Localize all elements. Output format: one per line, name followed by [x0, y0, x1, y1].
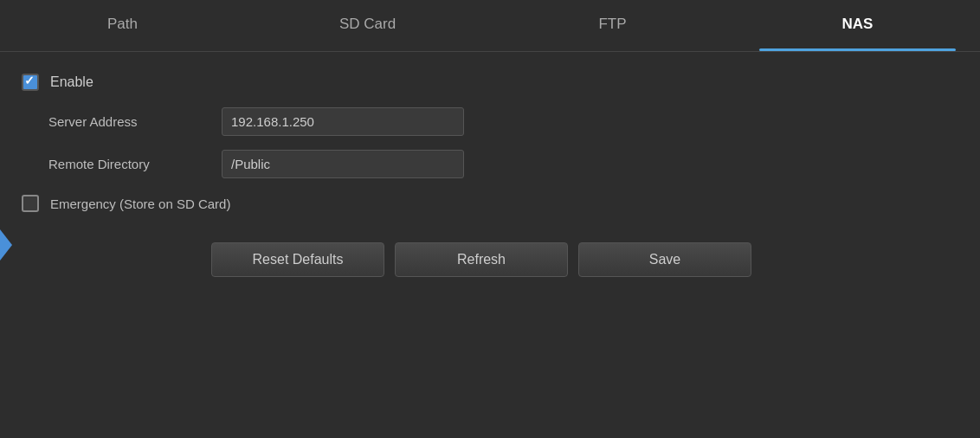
enable-checkbox-wrapper[interactable]: [21, 73, 40, 92]
remote-directory-input[interactable]: [222, 150, 464, 178]
reset-defaults-button[interactable]: Reset Defaults: [211, 242, 384, 277]
server-address-input[interactable]: [222, 107, 464, 136]
emergency-checkbox-wrapper[interactable]: [21, 194, 40, 213]
emergency-label: Emergency (Store on SD Card): [50, 196, 230, 211]
emergency-checkbox[interactable]: [22, 195, 39, 212]
tab-path[interactable]: Path: [0, 0, 245, 51]
server-address-label: Server Address: [48, 114, 222, 129]
tab-bar: Path SD Card FTP NAS: [0, 0, 980, 52]
buttons-row: Reset Defaults Refresh Save: [17, 242, 945, 277]
main-container: Path SD Card FTP NAS Enable Server Addre…: [0, 0, 980, 438]
server-address-row: Server Address: [48, 107, 945, 136]
form-section: Server Address Remote Directory: [48, 107, 945, 178]
emergency-row: Emergency (Store on SD Card): [21, 194, 945, 213]
enable-label: Enable: [50, 74, 93, 90]
enable-row: Enable: [21, 73, 945, 92]
refresh-button[interactable]: Refresh: [395, 242, 568, 277]
remote-directory-row: Remote Directory: [48, 150, 945, 178]
left-arrow-indicator: [0, 229, 12, 261]
tab-sdcard[interactable]: SD Card: [245, 0, 490, 51]
tab-nas[interactable]: NAS: [735, 0, 980, 51]
enable-checkbox[interactable]: [22, 74, 39, 91]
remote-directory-label: Remote Directory: [48, 157, 222, 171]
tab-ftp[interactable]: FTP: [490, 0, 735, 51]
save-button[interactable]: Save: [578, 242, 751, 277]
content-area: Enable Server Address Remote Directory E…: [0, 52, 980, 438]
